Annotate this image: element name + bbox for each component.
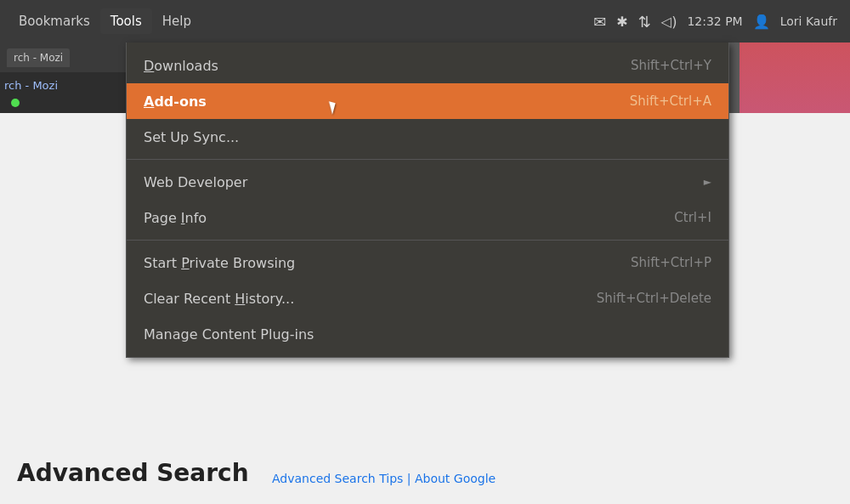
- left-address: rch - Mozi: [0, 72, 126, 92]
- menu-item-setup-sync-label: Set Up Sync...: [144, 129, 239, 145]
- email-icon: ✉: [593, 13, 606, 31]
- menu-item-web-developer[interactable]: Web Developer ►: [127, 164, 728, 200]
- status-indicator: [11, 99, 20, 107]
- browser-tab[interactable]: rch - Mozi: [7, 48, 70, 67]
- menu-bar-items: Bookmarks Tools Help: [8, 8, 201, 34]
- menu-item-page-info-label: Page Info: [144, 210, 207, 226]
- menu-item-setup-sync[interactable]: Set Up Sync...: [127, 119, 728, 155]
- menu-item-page-info[interactable]: Page Info Ctrl+I: [127, 200, 728, 235]
- menu-item-downloads[interactable]: Downloads Shift+Ctrl+Y: [127, 48, 728, 83]
- menu-item-addons-label: Add-ons: [144, 93, 207, 110]
- menu-help[interactable]: Help: [152, 8, 201, 34]
- clock: 12:32 PM: [687, 14, 742, 28]
- menu-item-page-info-shortcut: Ctrl+I: [674, 210, 711, 225]
- bluetooth-icon: ✱: [616, 14, 627, 30]
- menu-item-addons-shortcut: Shift+Ctrl+A: [630, 93, 711, 109]
- menu-bookmarks[interactable]: Bookmarks: [8, 8, 100, 34]
- menu-item-private-browsing-shortcut: Shift+Ctrl+P: [631, 255, 711, 270]
- tools-dropdown-menu: Downloads Shift+Ctrl+Y Add-ons Shift+Ctr…: [126, 42, 729, 358]
- volume-icon: ◁): [661, 14, 677, 30]
- menu-item-clear-history-shortcut: Shift+Ctrl+Delete: [597, 291, 711, 306]
- menu-item-manage-plugins-label: Manage Content Plug-ins: [144, 326, 314, 343]
- submenu-arrow-icon: ►: [704, 176, 711, 188]
- tab-area: rch - Mozi: [0, 42, 126, 72]
- menu-item-private-browsing[interactable]: Start Private Browsing Shift+Ctrl+P: [127, 245, 728, 280]
- menu-item-downloads-shortcut: Shift+Ctrl+Y: [631, 58, 711, 73]
- menu-bar: Bookmarks Tools Help ✉ ✱ ⇅ ◁) 12:32 PM 👤…: [0, 0, 850, 42]
- network-icon: ⇅: [638, 13, 651, 31]
- menu-item-manage-plugins[interactable]: Manage Content Plug-ins: [127, 316, 728, 352]
- system-tray: ✉ ✱ ⇅ ◁) 12:32 PM 👤 Lori Kaufr: [581, 0, 850, 42]
- menu-item-web-developer-label: Web Developer: [144, 174, 247, 190]
- menu-separator-1: [127, 159, 728, 160]
- menu-tools[interactable]: Tools: [100, 8, 152, 34]
- user-icon: 👤: [753, 14, 770, 30]
- page-heading: Advanced Search: [17, 459, 249, 487]
- menu-separator-2: [127, 240, 728, 241]
- username: Lori Kaufr: [780, 14, 837, 28]
- menu-item-clear-history-label: Clear Recent History...: [144, 291, 294, 307]
- page-links[interactable]: Advanced Search Tips | About Google: [272, 472, 496, 485]
- menu-item-private-browsing-label: Start Private Browsing: [144, 255, 295, 271]
- menu-item-downloads-label: Downloads: [144, 58, 218, 74]
- menu-item-addons[interactable]: Add-ons Shift+Ctrl+A: [127, 83, 728, 119]
- menu-item-clear-history[interactable]: Clear Recent History... Shift+Ctrl+Delet…: [127, 280, 728, 316]
